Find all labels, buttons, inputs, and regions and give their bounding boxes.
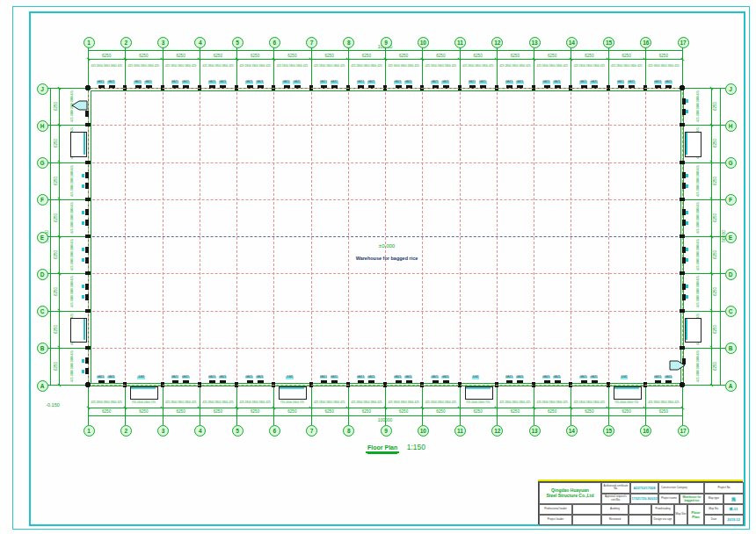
grid-bubble-bottom-2: 2 — [120, 425, 132, 437]
dim-bay-top: 6250 — [362, 54, 371, 58]
dim-bay-right: 6250 — [712, 362, 716, 371]
column-marker — [680, 161, 685, 164]
date-label: Date — [704, 515, 723, 525]
column-tag: GBZ1 — [665, 376, 672, 379]
column-tag: GBZ1 — [171, 376, 179, 379]
level-annotation: ±0.000 — [334, 243, 440, 249]
column-marker — [682, 172, 686, 178]
grid-col-stub-bottom-6 — [273, 385, 274, 425]
drawing-scale: 1:150 — [407, 443, 425, 451]
column-marker — [682, 98, 686, 105]
column-tag: GBZ1 — [107, 376, 115, 379]
column-accent — [686, 174, 688, 177]
grid-row-stub-left-C — [47, 311, 88, 312]
grid-col-stub-bottom-12 — [497, 385, 498, 425]
opening-cap — [84, 319, 85, 340]
grid-row-stub-right-A — [682, 385, 725, 386]
map-no-label: Map No. — [704, 504, 723, 515]
grid-col-stub-bottom-8 — [348, 385, 349, 425]
drawing-title: Floor Plan 1:150 — [334, 437, 457, 453]
column-accent — [686, 211, 688, 214]
column-marker — [85, 271, 91, 275]
column-marker — [682, 358, 686, 364]
column-tag: GBZ1 — [394, 376, 402, 379]
opening-cap — [686, 133, 687, 154]
map-site-label: Map Site — [674, 504, 687, 526]
project-leader-value — [572, 515, 601, 525]
dim-tick — [86, 57, 90, 61]
sub-dims-right: 425 1800 1800 1800 425 — [696, 165, 700, 196]
grid-bubble-bottom-11: 11 — [454, 425, 466, 437]
door-tag: JLM2 — [621, 376, 628, 379]
grid-col-stub-top-6 — [273, 47, 274, 88]
dim-bay-right: 6250 — [712, 250, 716, 259]
dim-bay-left: 6250 — [54, 213, 58, 222]
map-title-value: Floor Plan — [687, 504, 704, 526]
column-tag: GBZ1 — [219, 81, 227, 84]
professional-leader-label: Professional leader — [539, 504, 572, 515]
column-marker — [682, 209, 686, 215]
column-tag: GBZ1 — [331, 81, 338, 84]
sub-dims-bottom: 425 1800 1800 1800 425 — [239, 400, 270, 404]
grid-bubble-top-10: 10 — [418, 37, 429, 48]
dim-bay-top: 6250 — [659, 54, 668, 58]
column-marker — [665, 380, 672, 384]
dim-bay-top: 6250 — [325, 54, 334, 58]
grid-col-stub-top-7 — [311, 47, 312, 88]
grid-bubble-bottom-7: 7 — [306, 425, 317, 437]
dim-bay-bottom: 6250 — [511, 409, 520, 414]
dim-tick — [57, 86, 61, 90]
dim-tick — [532, 57, 535, 61]
dim-bay-left: 6250 — [54, 362, 58, 371]
grid-col-stub-bottom-16 — [645, 385, 646, 425]
map-type-label: Map type — [704, 494, 723, 504]
column-marker — [85, 161, 91, 164]
dim-bay-top: 6250 — [622, 54, 631, 58]
column-accent — [686, 99, 688, 103]
dim-bay-bottom: 6250 — [362, 409, 371, 414]
column-tag: GBZ1 — [293, 81, 301, 84]
grid-col-stub-top-1 — [88, 47, 89, 88]
column-marker — [98, 380, 105, 384]
sub-dims-top: 425 1800 1800 1800 425 — [165, 64, 196, 68]
dim-bay-right: 6250 — [712, 102, 716, 111]
dim-bay-top: 6250 — [548, 54, 556, 58]
dim-bay-top: 6250 — [251, 54, 259, 58]
grid-bubble-bottom-6: 6 — [269, 425, 280, 437]
sub-dims-top: 425 1800 1800 1800 425 — [202, 64, 233, 68]
wall-opening-right — [685, 318, 701, 343]
column-tag: GBZ1 — [654, 376, 662, 379]
grid-bubble-top-3: 3 — [157, 37, 169, 48]
grid-bubble-left-C: C — [37, 306, 48, 317]
column-marker — [109, 380, 115, 384]
grid-bubble-top-17: 17 — [678, 37, 689, 48]
column-marker — [85, 247, 89, 253]
door-dims: 725 2400 2400 725 — [466, 400, 490, 404]
dim-bay-top: 6250 — [102, 54, 111, 58]
grid-bubble-left-J: J — [37, 83, 48, 95]
column-marker — [443, 380, 449, 384]
grid-col-stub-bottom-15 — [608, 385, 609, 425]
column-accent — [82, 258, 84, 262]
column-tag: GBZ1 — [367, 376, 375, 379]
grid-row-stub-right-B — [682, 348, 725, 349]
grid-col-stub-top-12 — [497, 47, 498, 88]
grid-col-stub-top-17 — [682, 47, 683, 88]
grid-bubble-bottom-15: 15 — [603, 425, 614, 437]
grid-row-line-E — [88, 236, 682, 237]
column-marker — [85, 111, 89, 117]
grid-row-stub-left-B — [47, 348, 88, 349]
wall-opening-right — [685, 132, 701, 156]
column-tag: GBZ1 — [245, 81, 253, 84]
sub-dims-left: 425 1800 1800 1800 425 — [70, 350, 74, 381]
project-name-label: Project name — [658, 494, 680, 504]
dim-bay-left: 6250 — [54, 325, 58, 334]
grid-bubble-left-E: E — [37, 232, 48, 243]
column-marker — [321, 380, 327, 384]
grid-row-stub-right-J — [682, 88, 725, 89]
dim-bay-top: 6250 — [399, 54, 408, 58]
grid-row-stub-left-E — [47, 236, 88, 237]
column-accent — [686, 285, 688, 288]
column-marker — [555, 380, 561, 384]
column-accent — [82, 174, 84, 177]
